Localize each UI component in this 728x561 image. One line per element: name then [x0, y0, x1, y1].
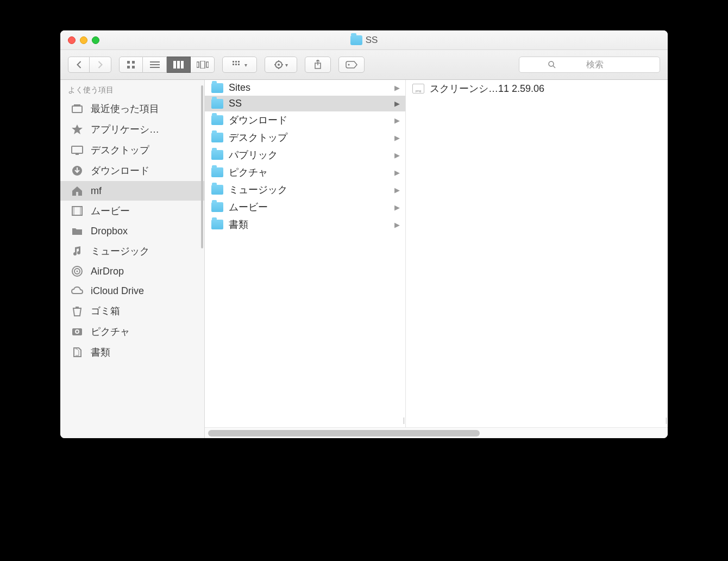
sidebar-section-favorites: よく使う項目: [60, 80, 204, 98]
svg-rect-17: [235, 64, 237, 65]
svg-rect-8: [177, 61, 180, 68]
svg-rect-1: [132, 61, 135, 64]
browser-column[interactable]: スクリーンシ…11 2.59.06||: [406, 80, 668, 427]
column-item[interactable]: SS▶: [205, 96, 405, 111]
forward-button[interactable]: [90, 57, 111, 73]
sidebar-item[interactable]: Dropbox: [60, 221, 204, 241]
close-button[interactable]: [68, 36, 76, 44]
search-input[interactable]: [519, 57, 660, 73]
column-item-label: ムービー: [229, 201, 389, 214]
sidebar-item-label: ゴミ箱: [91, 304, 120, 317]
tags-button[interactable]: [338, 57, 365, 73]
sidebar-item[interactable]: ゴミ箱: [60, 301, 204, 321]
chevron-right-icon: ▶: [394, 221, 400, 229]
column-item[interactable]: Sites▶: [205, 80, 405, 96]
content-area: よく使う項目 最近使った項目アプリケーシ…デスクトップダウンロードmfムービーD…: [60, 80, 668, 438]
sidebar-item[interactable]: 最近使った項目: [60, 98, 204, 119]
sidebar-item-label: 書類: [91, 346, 110, 359]
list-view-button[interactable]: [143, 57, 167, 73]
column-item[interactable]: ミュージック▶: [205, 181, 405, 198]
icon-view-button[interactable]: [119, 57, 143, 73]
svg-rect-35: [76, 192, 78, 196]
sidebar-item[interactable]: ミュージック: [60, 241, 204, 261]
sidebar-item[interactable]: 書類: [60, 342, 204, 363]
downloads-icon: [70, 165, 84, 177]
column-item[interactable]: デスクトップ▶: [205, 129, 405, 146]
window-controls: [60, 36, 99, 44]
folder-icon: [211, 220, 223, 229]
sidebar-item-label: ピクチャ: [91, 325, 130, 338]
svg-point-46: [76, 331, 78, 333]
svg-rect-13: [233, 61, 234, 63]
column-item[interactable]: ムービー▶: [205, 198, 405, 216]
minimize-button[interactable]: [80, 36, 87, 44]
sidebar-item[interactable]: ピクチャ: [60, 321, 204, 342]
column-item-label: スクリーンシ…11 2.59.06: [430, 82, 662, 95]
sidebar-item[interactable]: mf: [60, 181, 204, 201]
chevron-right-icon: ▶: [394, 151, 400, 159]
svg-rect-32: [72, 146, 83, 153]
chevron-right-icon: ▶: [394, 84, 400, 92]
sidebar-item-label: デスクトップ: [91, 144, 149, 157]
column-item-label: ミュージック: [229, 183, 389, 196]
back-button[interactable]: [68, 57, 90, 73]
svg-rect-10: [197, 62, 199, 67]
svg-rect-31: [74, 104, 80, 106]
arrange-button[interactable]: ▾: [222, 57, 257, 73]
sidebar-item[interactable]: iCloud Drive: [60, 281, 204, 301]
scrollbar-thumb[interactable]: [208, 430, 480, 437]
sidebar-item[interactable]: ダウンロード: [60, 160, 204, 181]
folder-icon: [211, 150, 223, 160]
sidebar-item[interactable]: ムービー: [60, 201, 204, 221]
airdrop-icon: [70, 265, 84, 277]
svg-point-20: [278, 64, 280, 66]
column-item[interactable]: パブリック▶: [205, 146, 405, 164]
folder-icon: [211, 167, 223, 177]
column-item-label: デスクトップ: [229, 131, 389, 144]
svg-rect-14: [235, 61, 237, 63]
svg-line-29: [553, 66, 555, 68]
svg-rect-43: [76, 307, 79, 308]
music-icon: [70, 245, 84, 257]
documents-icon: [70, 346, 84, 358]
window-title-text: SS: [366, 35, 378, 46]
sidebar-item-label: mf: [91, 185, 102, 197]
sidebar-item[interactable]: アプリケーシ…: [60, 119, 204, 140]
sidebar-item-label: iCloud Drive: [91, 285, 144, 297]
sidebar-item[interactable]: デスクトップ: [60, 140, 204, 160]
pictures-icon: [70, 326, 84, 338]
image-icon: [412, 84, 424, 94]
svg-rect-3: [132, 66, 135, 68]
svg-rect-16: [233, 64, 234, 65]
browser-column[interactable]: Sites▶SS▶ダウンロード▶デスクトップ▶パブリック▶ピクチャ▶ミュージック…: [205, 80, 406, 427]
titlebar: SS: [60, 30, 668, 50]
column-item[interactable]: ピクチャ▶: [205, 164, 405, 181]
column-item[interactable]: 書類▶: [205, 216, 405, 233]
coverflow-view-button[interactable]: [191, 57, 215, 73]
svg-rect-9: [181, 61, 184, 68]
column-item-label: パブリック: [229, 148, 389, 161]
recents-icon: [70, 103, 84, 115]
action-button[interactable]: ▾: [265, 57, 297, 73]
column-item[interactable]: ダウンロード▶: [205, 111, 405, 129]
column-item[interactable]: スクリーンシ…11 2.59.06: [406, 80, 668, 97]
svg-rect-12: [206, 62, 209, 67]
horizontal-scrollbar[interactable]: [205, 427, 668, 438]
svg-rect-7: [173, 61, 176, 68]
sidebar-item-label: ムービー: [91, 204, 130, 217]
movies-icon: [70, 205, 84, 217]
folder-icon: [350, 35, 362, 45]
toolbar: ▾ ▾: [60, 50, 668, 80]
column-view-button[interactable]: [167, 57, 191, 73]
share-button[interactable]: [305, 57, 331, 73]
folder-icon: [211, 185, 223, 195]
sidebar[interactable]: よく使う項目 最近使った項目アプリケーシ…デスクトップダウンロードmfムービーD…: [60, 80, 205, 438]
zoom-button[interactable]: [92, 36, 99, 44]
column-item-label: SS: [229, 98, 389, 109]
icloud-icon: [70, 285, 84, 297]
view-switcher: [119, 57, 215, 73]
svg-point-41: [77, 271, 78, 272]
sidebar-item[interactable]: AirDrop: [60, 261, 204, 281]
svg-rect-30: [72, 106, 82, 113]
sidebar-item-label: ミュージック: [91, 245, 149, 258]
